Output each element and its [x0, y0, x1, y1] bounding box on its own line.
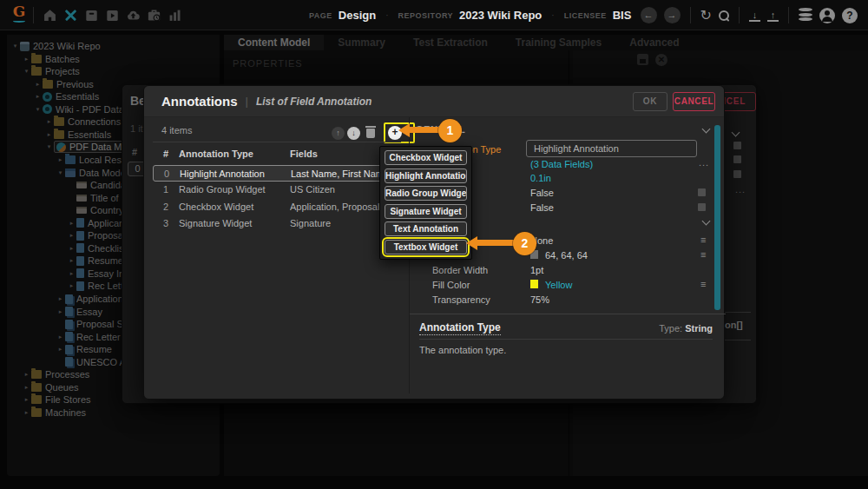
- row-index: 0: [164, 169, 169, 179]
- column-header-fields: Fields: [290, 149, 318, 159]
- property-label: Border Width: [432, 265, 488, 275]
- divider: [410, 314, 726, 314]
- property-value[interactable]: (3 Data Fields): [530, 159, 593, 169]
- annotation-type-cell: Checkbox Widget: [179, 202, 253, 212]
- step1-badge: 1: [438, 119, 462, 142]
- chevron-down-icon[interactable]: [702, 217, 711, 226]
- ok-button[interactable]: OK: [633, 92, 667, 111]
- delete-icon[interactable]: [366, 129, 375, 138]
- row-index: 3: [163, 218, 168, 228]
- help-icon[interactable]: ?: [842, 8, 858, 23]
- checkbox[interactable]: [733, 170, 741, 178]
- upload-icon[interactable]: ↑: [767, 10, 779, 22]
- step2-badge: 2: [513, 232, 536, 255]
- toolbar-divider: [153, 142, 401, 142]
- download-icon[interactable]: ↓: [749, 10, 760, 22]
- menu-icon[interactable]: ≡: [700, 236, 706, 244]
- search-icon[interactable]: [719, 10, 729, 21]
- table-row[interactable]: 3Signature WidgetSignature: [153, 215, 389, 232]
- property-value[interactable]: Yellow: [545, 280, 572, 290]
- ellipsis-button[interactable]: ...: [699, 157, 709, 168]
- table-row[interactable]: 2Checkbox WidgetApplication, Proposal Su: [153, 199, 389, 215]
- checkbox[interactable]: [733, 155, 741, 163]
- checkbox[interactable]: [698, 188, 706, 196]
- refresh-icon[interactable]: ↻: [700, 8, 712, 23]
- cancel-button[interactable]: CANCEL: [673, 92, 715, 111]
- toolbar-divider: [739, 7, 740, 23]
- fields-cell: US Citizen: [290, 184, 387, 195]
- bar-chart-icon[interactable]: [168, 9, 181, 22]
- color-swatch: [530, 280, 538, 288]
- grooper-logo: G: [11, 3, 27, 23]
- repository-value[interactable]: 2023 Wiki Repo: [459, 9, 542, 22]
- repository-label: REPOSITORY: [398, 11, 454, 20]
- layers-icon[interactable]: [799, 8, 812, 23]
- archive-box-icon[interactable]: [85, 9, 98, 22]
- fields-cell: Application, Proposal Su: [290, 202, 387, 212]
- menu-item-signature-widget[interactable]: Signature Widget: [385, 204, 467, 219]
- chevron-down-icon[interactable]: [732, 129, 740, 137]
- page-value[interactable]: Design: [339, 9, 376, 22]
- briefcase-clock-icon[interactable]: [148, 9, 161, 22]
- scrollbar[interactable]: [714, 125, 720, 310]
- property-value[interactable]: False: [530, 202, 554, 213]
- column-header-annotation-type: Annotation Type: [179, 149, 253, 159]
- menu-item-checkbox-widget[interactable]: Checkbox Widget: [385, 150, 467, 165]
- menu-item-text-annotation[interactable]: Text Annotation: [385, 221, 467, 236]
- row-index: 2: [163, 202, 168, 212]
- table-row[interactable]: 1Radio Group WidgetUS Citizen: [153, 182, 389, 198]
- menu-item-radio-group-widget[interactable]: Radio Group Widget: [385, 186, 467, 201]
- divider: [419, 339, 713, 340]
- chevron-down-icon[interactable]: [702, 125, 711, 134]
- licensee-value[interactable]: BIS: [613, 9, 632, 22]
- items-count: 4 items: [161, 125, 192, 135]
- fields-cell: Signature: [290, 218, 387, 228]
- annotation-type-cell: Radio Group Widget: [179, 184, 266, 195]
- toolbar-icon-group-right: ←→↻↓↑?: [641, 0, 858, 30]
- menu-item-textbox-widget[interactable]: Textbox Widget: [385, 240, 467, 254]
- property-type: Type: String: [144, 323, 713, 334]
- ellipsis-button[interactable]: ...: [735, 184, 746, 195]
- row-index: 1: [163, 184, 168, 195]
- dialog-title: Annotations: [161, 94, 238, 109]
- property-value[interactable]: 64, 64, 64: [545, 250, 588, 261]
- page-label: PAGE: [309, 11, 332, 20]
- toolbar-icon-group-left: [43, 9, 181, 22]
- user-profile-icon[interactable]: [819, 8, 835, 23]
- toolbar-divider: [690, 7, 691, 23]
- property-value[interactable]: 75%: [530, 294, 549, 305]
- property-value[interactable]: 1pt: [530, 265, 543, 275]
- property-value[interactable]: 0.1in: [530, 173, 551, 183]
- forward-icon[interactable]: →: [664, 7, 681, 23]
- property-value[interactable]: False: [530, 188, 554, 198]
- move-down-button[interactable]: ↓: [347, 127, 360, 140]
- top-toolbar: G PAGE Design · REPOSITORY 2023 Wiki Rep…: [0, 0, 868, 30]
- menu-item-highlight-annotation[interactable]: Highlight Annotation: [385, 169, 467, 183]
- table-row[interactable]: 0Highlight AnnotationLast Name, First Na…: [153, 165, 389, 182]
- property-label: Fill Color: [432, 280, 470, 290]
- annotation-type-cell: Signature Widget: [179, 218, 252, 228]
- home-icon[interactable]: [43, 9, 56, 22]
- property-description: The annotation type.: [419, 345, 506, 355]
- annotation-type-input[interactable]: Highlight Annotation: [526, 140, 697, 157]
- checkbox[interactable]: [733, 142, 741, 149]
- background-dialog-column: #: [132, 147, 137, 157]
- tools-icon[interactable]: [64, 9, 77, 22]
- toolbar-divider: [788, 7, 789, 23]
- background-type-fragment: on[]: [725, 320, 743, 330]
- menu-icon[interactable]: ≡: [700, 251, 706, 259]
- back-icon[interactable]: ←: [641, 7, 657, 23]
- checkbox[interactable]: [698, 203, 706, 211]
- breadcrumb: PAGE Design · REPOSITORY 2023 Wiki Repo …: [309, 0, 631, 30]
- application-window: G PAGE Design · REPOSITORY 2023 Wiki Rep…: [0, 0, 868, 489]
- fields-cell: Last Name, First Name,: [291, 169, 388, 179]
- menu-icon[interactable]: ≡: [700, 281, 706, 288]
- licensee-label: LICENSEE: [564, 11, 607, 20]
- cloud-upload-icon[interactable]: [127, 9, 140, 22]
- toolbar-divider: [33, 7, 34, 23]
- property-label: Transparency: [432, 294, 490, 305]
- media-box-icon[interactable]: [106, 9, 119, 22]
- dialog-subtitle: List of Field Annotation: [256, 96, 372, 108]
- annotation-type-cell: Highlight Annotation: [180, 169, 265, 179]
- move-up-button[interactable]: ↑: [332, 127, 345, 140]
